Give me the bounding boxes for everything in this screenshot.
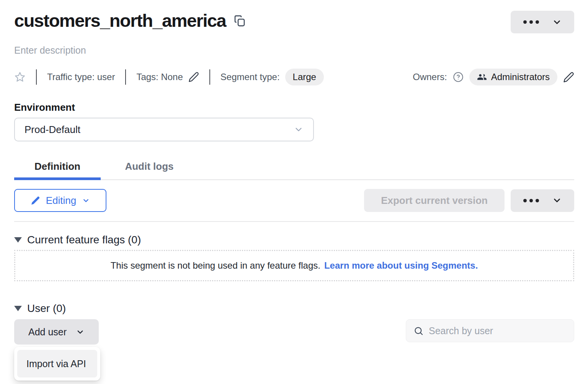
segment-type-label: Segment type:	[220, 72, 280, 82]
user-heading: User (0)	[27, 302, 66, 315]
learn-more-link[interactable]: Learn more about using Segments.	[324, 260, 478, 271]
tab-bar: Definition Audit logs	[14, 156, 574, 180]
chevron-down-icon	[552, 195, 562, 205]
chevron-down-icon	[552, 17, 562, 27]
page-header: customers_north_america	[14, 11, 574, 33]
feature-flags-heading: Current feature flags (0)	[27, 234, 141, 246]
owners-badge[interactable]: Administrators	[469, 69, 557, 85]
header-more-button[interactable]	[511, 11, 574, 33]
tags: Tags: None	[136, 72, 199, 82]
ellipsis-icon	[523, 20, 539, 24]
feature-flags-empty-state: This segment is not being used in any fe…	[14, 250, 574, 281]
divider	[36, 69, 37, 85]
title-group: customers_north_america	[14, 11, 246, 31]
help-circle-icon[interactable]	[453, 72, 464, 82]
user-search-box	[406, 319, 574, 342]
collapse-caret-icon	[14, 237, 22, 243]
tab-audit-logs[interactable]: Audit logs	[106, 156, 193, 180]
owners-group: Owners: Administrators	[413, 69, 574, 85]
tab-definition[interactable]: Definition	[14, 156, 101, 180]
copy-icon[interactable]	[234, 15, 246, 27]
chevron-down-icon	[294, 125, 304, 135]
toolbar-more-button[interactable]	[511, 189, 574, 212]
export-current-version-button[interactable]: Export current version	[364, 189, 505, 212]
people-icon	[477, 72, 487, 82]
environment-select[interactable]: Prod-Default	[14, 118, 314, 141]
divider	[209, 69, 210, 85]
search-icon	[413, 326, 424, 336]
owners-value: Administrators	[491, 72, 550, 82]
pencil-icon	[31, 196, 40, 205]
collapse-caret-icon	[14, 306, 22, 311]
owners-label: Owners:	[413, 72, 447, 82]
user-search-input[interactable]	[429, 325, 567, 336]
editing-label: Editing	[46, 195, 77, 207]
editing-mode-button[interactable]: Editing	[14, 189, 106, 212]
edit-pencil-icon[interactable]	[188, 72, 199, 82]
user-section-header[interactable]: User (0)	[14, 302, 574, 315]
tags-label: Tags: None	[136, 72, 183, 82]
edit-owners-pencil-icon[interactable]	[563, 72, 574, 83]
feature-flags-section-header[interactable]: Current feature flags (0)	[14, 234, 574, 246]
add-user-dropdown-menu: Import via API	[14, 347, 100, 381]
ellipsis-icon	[523, 199, 539, 202]
chevron-down-icon	[82, 197, 90, 205]
segment-type: Segment type: Large	[220, 69, 324, 85]
definition-toolbar: Editing Export current version	[14, 189, 574, 212]
empty-state-message: This segment is not being used in any fe…	[111, 260, 320, 271]
chevron-down-icon	[76, 328, 85, 336]
environment-selected-value: Prod-Default	[24, 124, 80, 136]
traffic-type: Traffic type: user	[47, 72, 115, 82]
environment-label: Environment	[14, 102, 574, 113]
add-user-label: Add user	[28, 327, 67, 338]
meta-row: Traffic type: user Tags: None Segment ty…	[14, 69, 574, 85]
segment-detail-page: customers_north_america Enter descriptio…	[0, 0, 588, 345]
traffic-type-label: Traffic type: user	[47, 72, 115, 82]
toolbar-right: Export current version	[364, 189, 574, 212]
page-title: customers_north_america	[14, 11, 226, 31]
add-user-button[interactable]: Add user	[14, 319, 99, 345]
star-icon[interactable]	[14, 71, 26, 83]
divider	[125, 69, 126, 85]
segment-type-badge: Large	[285, 69, 324, 85]
menu-item-import-via-api[interactable]: Import via API	[17, 350, 97, 377]
description-placeholder[interactable]: Enter description	[14, 45, 574, 56]
user-controls-row: Add user Import via API	[14, 319, 574, 345]
section-divider	[14, 221, 574, 222]
